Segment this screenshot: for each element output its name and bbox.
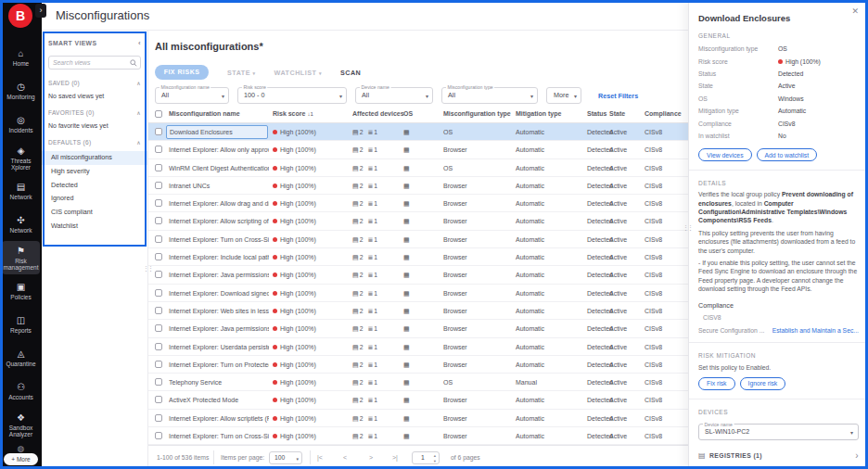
smart-view-all-misconfigurations[interactable]: All misconfigurations [42,151,147,165]
sidebar-item-home[interactable]: ⌂Home [2,41,40,74]
page-number-input[interactable]: 1 ▴▾ [412,451,440,464]
sidebar-item-quarantine[interactable]: ◬Quarantine [2,341,40,374]
registries-row[interactable]: ▤ REGISTRIES (1) › [698,450,859,461]
sidebar-item-incidents[interactable]: ◎Incidents [2,108,40,141]
last-page-button[interactable]: >| [392,446,398,469]
table-row[interactable]: Internet Explorer: Download signed ...Hi… [148,285,688,302]
column-header-os[interactable]: OS [403,110,413,117]
row-checkbox[interactable] [155,307,162,314]
table-row[interactable]: Internet Explorer: Java permissions ...H… [148,320,688,337]
table-row[interactable]: Internet Explorer: Allow drag and dr...H… [148,195,688,212]
row-checkbox[interactable] [155,432,162,439]
column-header-name[interactable]: Misconfiguration name [169,110,269,117]
sidebar-item-network[interactable]: ▤Network [2,174,40,208]
table-row[interactable]: Internet Explorer: Web sites in less ...… [148,302,688,320]
table-row[interactable]: Download EnclosuresHigh (100%)▤2≣1▦OSAut… [148,123,688,141]
first-page-button[interactable]: |< [317,446,323,469]
sidebar-item-sandbox-analyzer[interactable]: ❖Sandbox Analyzer [2,408,40,441]
table-row[interactable]: Internet Explorer: Userdata persiste...H… [148,338,688,356]
watchlist-dropdown[interactable]: WATCHLIST ▾ [274,69,322,77]
panel-resize-handle[interactable]: ⋮⋮ [683,224,692,231]
view-devices-button[interactable]: View devices [698,148,752,161]
sidebar-item-threats-xplorer[interactable]: ◈Threats Xplorer [2,141,40,174]
column-header-devices[interactable]: Affected devices [352,110,404,117]
row-checkbox[interactable] [155,324,162,332]
row-checkbox[interactable] [155,289,162,297]
device-name-select[interactable]: Device name SL-WIN10-PC2 ▾ [698,424,859,440]
close-icon[interactable]: ✕ [851,6,859,16]
table-row[interactable]: WinRM Client Digest AuthenticationHigh (… [148,159,688,177]
sidebar-item-risk-management[interactable]: ⚑Risk management [2,241,40,274]
row-checkbox[interactable] [155,182,162,189]
smart-view-high-severity[interactable]: High severity [42,165,147,179]
row-checkbox[interactable] [155,164,162,171]
table-row[interactable]: Internet Explorer: Allow scriptlets (R..… [148,410,688,427]
state-dropdown[interactable]: STATE ▾ [227,69,256,77]
smart-view-ignored[interactable]: Ignored [42,192,147,206]
ignore-risk-button[interactable]: Ignore risk [740,377,786,390]
filter-misconfiguration-name[interactable]: Misconfiguration name All ▾ [155,87,229,104]
saved-section-header[interactable]: SAVED (0) ∧ [48,80,141,86]
table-row[interactable]: Telephony ServiceHigh (100%)▤2≣1▦OSManua… [148,374,688,391]
column-header-type[interactable]: Misconfiguration type [443,110,511,117]
filter-misconfiguration-type[interactable]: Misconfiguration type All ▾ [441,87,538,104]
collapse-panel-icon[interactable]: ‹ [138,39,141,47]
table-row[interactable]: Internet Explorer: Turn on Cross-Sit...H… [148,427,688,445]
more-filters-dropdown[interactable]: More ▾ [546,87,581,104]
filter-risk-score[interactable]: Risk score 100 - 0 ▾ [237,87,347,104]
column-header-risk[interactable]: Risk score ↓1 [273,110,313,117]
more-button[interactable]: + More [4,453,38,465]
sidebar-expand-button[interactable]: › [35,4,46,18]
table-row[interactable]: Internet Explorer: Allow only approv...H… [148,141,688,158]
row-checkbox[interactable] [155,414,162,422]
defaults-section-header[interactable]: DEFAULTS (6) ∧ [48,139,141,146]
search-views-input[interactable]: Search views [48,56,141,70]
row-checkbox[interactable] [155,378,162,386]
table-row[interactable]: Internet Explorer: Turn on Cross-Sit...H… [148,231,688,248]
assistant-icon[interactable]: ◍ [0,444,42,453]
column-header-state[interactable]: State [609,110,625,117]
column-header-mitigation[interactable]: Mitigation type [516,110,561,117]
scan-button[interactable]: SCAN [340,69,361,77]
sidebar-item-reports[interactable]: ◫Reports [2,308,40,341]
smart-view-watchlist[interactable]: Watchlist [42,220,147,234]
row-checkbox[interactable] [155,396,162,403]
prev-page-button[interactable]: < [343,446,347,469]
select-all-checkbox[interactable] [155,110,162,118]
smart-view-cis-compliant[interactable]: CIS compliant [42,206,147,220]
sidebar-item-monitoring[interactable]: ◷Monitoring [2,74,40,108]
table-row[interactable]: ActiveX Protected ModeHigh (100%)▤2≣1▦Br… [148,391,688,409]
add-to-watchlist-button[interactable]: Add to watchlist [757,148,818,161]
chevron-up-icon[interactable]: ∧ [136,80,141,86]
table-row[interactable]: Internet Explorer: Include local path...… [148,248,688,266]
fix-risks-button[interactable]: FIX RISKS [155,65,209,80]
panel-resize-handle[interactable]: ⋮⋮ [143,265,152,272]
row-checkbox[interactable] [155,343,162,350]
row-checkbox[interactable] [155,217,162,224]
favorites-section-header[interactable]: FAVORITES (0) ∧ [48,109,141,116]
row-checkbox[interactable] [155,199,162,207]
fix-risk-button[interactable]: Fix risk [698,377,735,390]
brand-logo[interactable]: B [8,4,32,28]
column-header-compliance[interactable]: Compliance [645,110,682,117]
table-row[interactable]: Intranet UNCsHigh (100%)▤2≣1▦BrowserAuto… [148,177,688,195]
next-page-button[interactable]: > [369,446,373,469]
column-header-status[interactable]: Status [587,110,606,117]
chevron-up-icon[interactable]: ∧ [136,109,141,116]
row-checkbox[interactable] [155,235,162,243]
row-checkbox[interactable] [155,361,162,368]
filter-device-name[interactable]: Device name All ▾ [355,87,433,104]
compliance-control-link[interactable]: Establish and Maintain a Sec... [772,327,859,334]
sidebar-item-accounts[interactable]: ⚇Accounts [2,374,40,408]
reset-filters-link[interactable]: Reset Filters [598,92,638,100]
table-row[interactable]: Internet Explorer: Allow scripting of ..… [148,212,688,230]
table-row[interactable]: Internet Explorer: Turn on Protected...H… [148,356,688,374]
sidebar-item-network[interactable]: ✣Network [2,208,40,241]
items-per-page-select[interactable]: 100 ▾ [269,451,302,464]
row-checkbox[interactable] [155,128,162,135]
chevron-up-icon[interactable]: ∧ [136,139,141,146]
table-row[interactable]: Internet Explorer: Java permissions ...H… [148,266,688,284]
row-checkbox[interactable] [155,253,162,260]
sidebar-item-policies[interactable]: ▣Policies [2,274,40,308]
row-checkbox[interactable] [155,271,162,278]
